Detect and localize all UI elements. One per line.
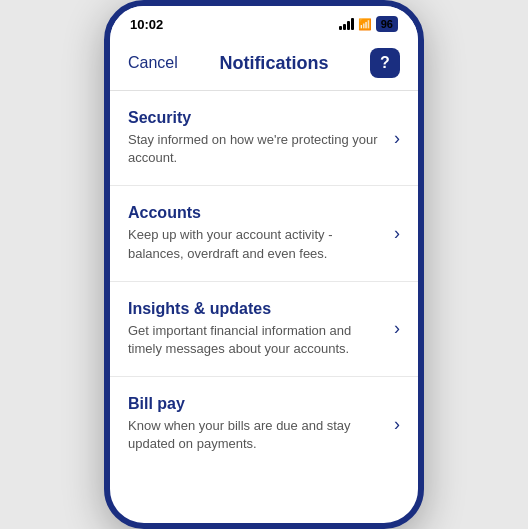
cancel-button[interactable]: Cancel: [128, 54, 178, 72]
item-text-security: Security Stay informed on how we're prot…: [128, 109, 394, 167]
item-title-billpay: Bill pay: [128, 395, 384, 413]
nav-bar: Cancel Notifications ?: [110, 38, 418, 91]
battery-indicator: 96: [376, 16, 398, 32]
chevron-icon-insights: ›: [394, 318, 400, 339]
status-time: 10:02: [130, 17, 163, 32]
item-title-insights: Insights & updates: [128, 300, 384, 318]
status-bar: 10:02 📶 96: [110, 6, 418, 38]
page-title: Notifications: [219, 53, 328, 74]
phone-frame: 10:02 📶 96 Cancel Notifications ? Securi…: [104, 0, 424, 529]
item-text-insights: Insights & updates Get important financi…: [128, 300, 394, 358]
item-desc-security: Stay informed on how we're protecting yo…: [128, 131, 384, 167]
item-title-security: Security: [128, 109, 384, 127]
chevron-icon-accounts: ›: [394, 223, 400, 244]
item-text-billpay: Bill pay Know when your bills are due an…: [128, 395, 394, 453]
item-desc-accounts: Keep up with your account activity - bal…: [128, 226, 384, 262]
list-item-insights[interactable]: Insights & updates Get important financi…: [110, 282, 418, 377]
help-icon: ?: [380, 54, 390, 72]
notifications-list: Security Stay informed on how we're prot…: [110, 91, 418, 472]
item-title-accounts: Accounts: [128, 204, 384, 222]
chevron-icon-billpay: ›: [394, 414, 400, 435]
item-desc-insights: Get important financial information and …: [128, 322, 384, 358]
list-item-security[interactable]: Security Stay informed on how we're prot…: [110, 91, 418, 186]
signal-bars-icon: [339, 18, 354, 30]
list-item-accounts[interactable]: Accounts Keep up with your account activ…: [110, 186, 418, 281]
chevron-icon-security: ›: [394, 128, 400, 149]
list-item-billpay[interactable]: Bill pay Know when your bills are due an…: [110, 377, 418, 471]
item-text-accounts: Accounts Keep up with your account activ…: [128, 204, 394, 262]
wifi-icon: 📶: [358, 18, 372, 31]
status-icons: 📶 96: [339, 16, 398, 32]
help-button[interactable]: ?: [370, 48, 400, 78]
item-desc-billpay: Know when your bills are due and stay up…: [128, 417, 384, 453]
